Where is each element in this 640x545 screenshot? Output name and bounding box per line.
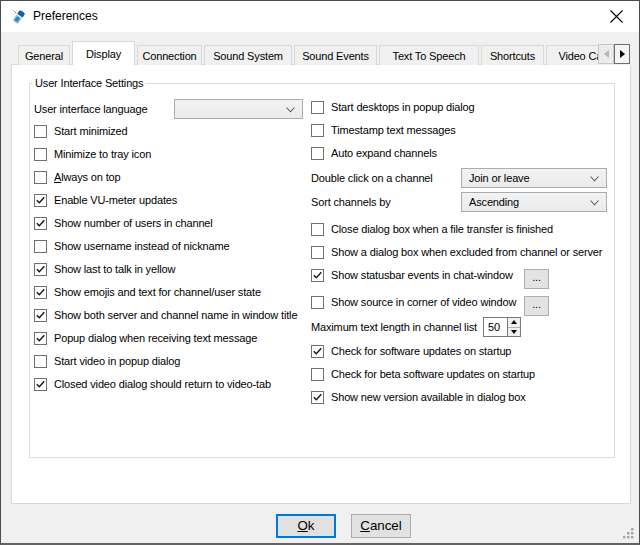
checkbox-start-video-in-popup-dialog[interactable]	[34, 355, 47, 368]
checkbox-show-username-instead-of-nickname[interactable]	[34, 240, 47, 253]
settings-row: Popup dialog when receiving text message	[34, 330, 306, 353]
ellipsis-button-show-source-in-corner-of-video-window[interactable]: ...	[524, 296, 549, 316]
label: Check for software updates on startup	[331, 343, 511, 360]
tab-connection[interactable]: Connection	[137, 45, 202, 65]
settings-row: Maximum text length in channel list50	[311, 317, 616, 343]
tab-label: Sound Events	[302, 50, 369, 62]
dropdown-user-interface-language[interactable]	[174, 99, 303, 119]
resize-grip[interactable]	[622, 527, 635, 540]
app-icon	[10, 8, 27, 25]
label: Double click on a channel	[311, 168, 433, 188]
checkbox-show-source-in-corner-of-video-window[interactable]	[311, 296, 324, 309]
label: Show statusbar events in chat-window	[331, 267, 513, 284]
label: Closed video dialog should return to vid…	[54, 376, 271, 393]
tab-label: General	[25, 50, 63, 62]
window-title: Preferences	[33, 1, 98, 32]
dropdown-double-click-on-a-channel[interactable]: Join or leave	[461, 168, 607, 188]
spin-down-icon	[508, 328, 520, 337]
tab-label: Text To Speech	[393, 50, 466, 62]
dropdown-sort-channels-by[interactable]: Ascending	[461, 192, 607, 212]
tab-label: Display	[86, 48, 121, 60]
spinner-arrows[interactable]	[507, 318, 520, 336]
tab-scroll-right-button[interactable]	[614, 44, 630, 64]
settings-row: Start video in popup dialog	[34, 353, 306, 376]
settings-row: Minimize to tray icon	[34, 146, 306, 169]
spinner-maximum-text-length-in-channel-list[interactable]: 50	[483, 317, 521, 337]
checkbox-show-a-dialog-box-when-excluded-from-cha[interactable]	[311, 246, 324, 259]
settings-row: Always on top	[34, 169, 306, 192]
settings-left-column: User interface languageStart minimizedMi…	[34, 99, 306, 399]
settings-row: Show both server and channel name in win…	[34, 307, 306, 330]
checkbox-close-dialog-box-when-a-file-transfer-is[interactable]	[311, 223, 324, 236]
checkbox-enable-vu-meter-updates[interactable]	[34, 194, 47, 207]
ellipsis-button-show-statusbar-events-in-chat-window[interactable]: ...	[524, 269, 549, 289]
label: Show last to talk in yellow	[54, 261, 175, 278]
settings-row: Double click on a channelJoin or leave	[311, 168, 616, 192]
settings-row: Show new version available in dialog box	[311, 389, 616, 412]
checkbox-show-statusbar-events-in-chat-window[interactable]	[311, 269, 324, 282]
tab-text-to-speech[interactable]: Text To Speech	[379, 45, 479, 65]
ok-button[interactable]: Ok	[276, 514, 336, 538]
checkbox-closed-video-dialog-should-return-to-vid[interactable]	[34, 378, 47, 391]
spin-up-icon	[508, 318, 520, 328]
group-title: User Interface Settings	[32, 76, 146, 90]
label: Show new version available in dialog box	[331, 389, 526, 406]
label: Show both server and channel name in win…	[54, 307, 297, 324]
tab-label: Shortcuts	[490, 50, 535, 62]
tab-strip: GeneralDisplayConnectionSound SystemSoun…	[18, 41, 631, 65]
label: Always on top	[54, 169, 121, 186]
checkbox-auto-expand-channels[interactable]	[311, 147, 324, 160]
tab-shortcuts[interactable]: Shortcuts	[481, 45, 544, 65]
checkbox-minimize-to-tray-icon[interactable]	[34, 148, 47, 161]
tab-scroll-left-button[interactable]	[598, 44, 614, 64]
tab-label: Connection	[142, 50, 196, 62]
tab-sound-system[interactable]: Sound System	[204, 45, 292, 65]
checkbox-popup-dialog-when-receiving-text-message[interactable]	[34, 332, 47, 345]
label: Sort channels by	[311, 192, 391, 212]
checkbox-start-desktops-in-popup-dialog[interactable]	[311, 101, 324, 114]
checkbox-show-new-version-available-in-dialog-box[interactable]	[311, 391, 324, 404]
checkbox-always-on-top[interactable]	[34, 171, 47, 184]
dropdown-value: Ascending	[469, 196, 519, 208]
checkbox-check-for-software-updates-on-startup[interactable]	[311, 345, 324, 358]
label: Enable VU-meter updates	[54, 192, 177, 209]
settings-row: Show emojis and text for channel/user st…	[34, 284, 306, 307]
label: Minimize to tray icon	[54, 146, 151, 163]
label: Maximum text length in channel list	[311, 317, 477, 337]
checkbox-show-number-of-users-in-channel[interactable]	[34, 217, 47, 230]
tab-display[interactable]: Display	[72, 41, 135, 65]
label: Show emojis and text for channel/user st…	[54, 284, 261, 301]
label: Start video in popup dialog	[54, 353, 180, 370]
label: Show source in corner of video window	[331, 294, 516, 311]
checkbox-check-for-beta-software-updates-on-start[interactable]	[311, 368, 324, 381]
settings-row: Check for software updates on startup	[311, 343, 616, 366]
label: Timestamp text messages	[331, 122, 456, 139]
label: Check for beta software updates on start…	[331, 366, 535, 383]
label: Show username instead of nickname	[54, 238, 229, 255]
checkbox-timestamp-text-messages[interactable]	[311, 124, 324, 137]
settings-row: Show a dialog box when excluded from cha…	[311, 244, 616, 267]
tab-sound-events[interactable]: Sound Events	[294, 45, 377, 65]
left-arrow-icon	[604, 50, 609, 58]
settings-row: Check for beta software updates on start…	[311, 366, 616, 389]
spinner-value: 50	[484, 318, 507, 336]
close-button[interactable]	[594, 1, 639, 32]
tab-general[interactable]: General	[18, 45, 70, 65]
checkbox-show-last-to-talk-in-yellow[interactable]	[34, 263, 47, 276]
settings-right-column: Start desktops in popup dialogTimestamp …	[311, 99, 616, 412]
label: Start minimized	[54, 123, 128, 140]
label: Show a dialog box when excluded from cha…	[331, 244, 602, 261]
label: Popup dialog when receiving text message	[54, 330, 257, 347]
settings-row: Auto expand channels	[311, 145, 616, 168]
label: Auto expand channels	[331, 145, 437, 162]
title-bar[interactable]: Preferences	[1, 1, 639, 32]
settings-row: Show last to talk in yellow	[34, 261, 306, 284]
checkbox-show-both-server-and-channel-name-in-win[interactable]	[34, 309, 47, 322]
settings-row: Timestamp text messages	[311, 122, 616, 145]
cancel-button[interactable]: Cancel	[351, 514, 411, 538]
right-arrow-icon	[620, 50, 625, 58]
settings-row: Show statusbar events in chat-window...	[311, 267, 616, 292]
checkbox-start-minimized[interactable]	[34, 125, 47, 138]
settings-row: Show number of users in channel	[34, 215, 306, 238]
checkbox-show-emojis-and-text-for-channel-user-st[interactable]	[34, 286, 47, 299]
